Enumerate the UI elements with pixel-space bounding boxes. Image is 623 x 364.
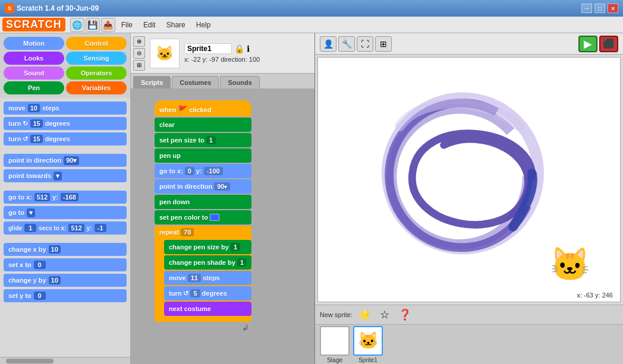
save-icon-btn[interactable]: 💾 <box>86 18 100 32</box>
sb-goto-xy[interactable]: go to x: 0 y: -100 <box>155 164 251 178</box>
category-operators[interactable]: Operators <box>66 67 127 80</box>
sprite-name-input[interactable] <box>184 43 232 54</box>
sb-change-pen-shade[interactable]: change pen shade by 1 <box>164 255 251 270</box>
move-steps-sb[interactable]: 11 <box>188 274 201 282</box>
block-turn-right[interactable]: turn ↻ 15 degrees <box>4 117 127 130</box>
sb-pen-down[interactable]: pen down <box>155 195 251 209</box>
green-flag-button[interactable]: ▶ <box>578 36 597 52</box>
sb-goto-y[interactable]: -100 <box>204 167 223 175</box>
glide-x[interactable]: 512 <box>68 224 84 232</box>
sprite-tray: Stage 🐱 Sprite1 <box>315 325 623 364</box>
surprise-sprite-btn[interactable]: ❓ <box>397 308 413 322</box>
goto-x-value[interactable]: 512 <box>34 193 50 201</box>
sb-pen-up[interactable]: pen up <box>155 148 251 163</box>
sb-repeat-header[interactable]: repeat 70 <box>155 226 251 239</box>
sprite1-thumb[interactable]: 🐱 Sprite1 <box>353 326 383 363</box>
stage-wrench-icon[interactable]: 🔧 <box>338 36 355 52</box>
zoom-out-btn[interactable]: ⊖ <box>133 48 145 59</box>
sb-goto-x[interactable]: 0 <box>185 167 194 175</box>
towards-dropdown[interactable]: ▾ <box>54 172 62 181</box>
sb-turn-degrees[interactable]: turn ↺ 5 degrees <box>164 286 251 300</box>
stage-thumb[interactable]: Stage <box>320 326 350 363</box>
block-goto[interactable]: go to ▾ <box>4 206 127 219</box>
sprite1-thumb-img: 🐱 <box>353 326 383 356</box>
block-change-x[interactable]: change x by 10 <box>4 243 127 256</box>
pen-shade-val[interactable]: 1 <box>237 258 247 267</box>
zoom-in-btn[interactable]: ⊕ <box>133 36 145 47</box>
horizontal-scrollbar[interactable] <box>0 357 130 364</box>
stage-controls-right: ▶ ⬛ <box>578 36 618 52</box>
goto-dropdown[interactable]: ▾ <box>27 208 35 217</box>
maximize-button[interactable]: □ <box>594 4 605 13</box>
turn-deg-val[interactable]: 5 <box>190 289 200 297</box>
set-x-value[interactable]: 0 <box>34 261 46 269</box>
goto-y-value[interactable]: -168 <box>61 193 78 201</box>
script-stack: when 🚩 clicked clear set pen size to 1 p… <box>155 100 251 333</box>
sb-move-steps[interactable]: move 11 steps <box>164 271 251 285</box>
stage-grid-icon[interactable]: ⊞ <box>375 36 392 52</box>
block-move[interactable]: move 10 steps <box>4 102 127 115</box>
category-looks[interactable]: Looks <box>4 52 64 65</box>
globe-icon-btn[interactable]: 🌐 <box>70 18 84 32</box>
minimize-button[interactable]: ─ <box>581 4 592 13</box>
sprite1-thumb-label: Sprite1 <box>358 357 377 363</box>
sb-point-dir[interactable]: point in direction 90▾ <box>155 179 251 194</box>
sb-clear[interactable]: clear <box>155 118 251 132</box>
change-x-value[interactable]: 10 <box>49 245 61 254</box>
share-icon-btn[interactable]: 📤 <box>101 18 115 32</box>
block-goto-xy[interactable]: go to x: 512 y: -168 <box>4 191 127 204</box>
turn-left-value[interactable]: 15 <box>30 135 42 143</box>
category-motion[interactable]: Motion <box>4 37 64 50</box>
sb-set-pen-size[interactable]: set pen size to 1 <box>155 133 251 147</box>
block-point-direction[interactable]: point in direction 90▾ <box>4 154 127 167</box>
category-sound[interactable]: Sound <box>4 67 64 80</box>
block-turn-left[interactable]: turn ↺ 15 degrees <box>4 132 127 145</box>
turn-right-value[interactable]: 15 <box>30 119 42 128</box>
tab-scripts[interactable]: Scripts <box>133 76 171 88</box>
menubar: SCRATCH 🌐 💾 📤 File Edit Share Help <box>0 17 623 33</box>
share-menu[interactable]: Share <box>162 19 190 31</box>
sb-change-pen-size[interactable]: change pen size by 1 <box>164 240 251 254</box>
tab-sounds[interactable]: Sounds <box>220 76 259 88</box>
block-point-towards[interactable]: point towards ▾ <box>4 169 127 182</box>
fit-btn[interactable]: ⊞ <box>133 60 145 71</box>
move-steps-value[interactable]: 10 <box>28 104 40 112</box>
category-pen[interactable]: Pen <box>4 81 64 94</box>
category-sensing[interactable]: Sensing <box>66 52 127 65</box>
set-y-value[interactable]: 0 <box>34 292 46 300</box>
block-set-x[interactable]: set x to 0 <box>4 258 127 271</box>
glide-y[interactable]: -1 <box>95 224 106 232</box>
scripts-canvas[interactable]: when 🚩 clicked clear set pen size to 1 p… <box>131 88 314 364</box>
direction-dropdown[interactable]: 90▾ <box>64 156 79 165</box>
edit-menu[interactable]: Edit <box>139 19 161 31</box>
stage-tools-left: 👤 🔧 ⛶ ⊞ <box>320 36 392 52</box>
sb-next-costume[interactable]: next costume <box>164 302 251 316</box>
sb-repeat-block: repeat 70 change pen size by 1 change pe… <box>155 226 251 322</box>
block-change-y[interactable]: change y by 10 <box>4 274 127 287</box>
window-title: Scratch 1.4 of 30-Jun-09 <box>17 4 581 12</box>
block-set-y[interactable]: set y to 0 <box>4 289 127 302</box>
script-end-arrow: ↲ <box>155 323 251 333</box>
pen-size-by-val[interactable]: 1 <box>231 243 240 251</box>
file-menu[interactable]: File <box>117 19 137 31</box>
stop-button[interactable]: ⬛ <box>599 36 618 52</box>
sb-set-pen-color[interactable]: set pen color to <box>155 210 251 224</box>
stage-fullscreen-icon[interactable]: ⛶ <box>357 36 373 52</box>
glide-secs[interactable]: 1 <box>24 224 36 232</box>
repeat-val[interactable]: 70 <box>181 228 194 236</box>
pen-color-swatch[interactable] <box>210 214 219 221</box>
import-sprite-btn[interactable]: ☆ <box>376 308 393 322</box>
close-button[interactable]: ✕ <box>608 4 618 13</box>
change-y-value[interactable]: 10 <box>49 276 61 284</box>
stage-toolbar: 👤 🔧 ⛶ ⊞ ▶ ⬛ <box>315 33 623 55</box>
sb-dir-val[interactable]: 90▾ <box>214 182 230 191</box>
category-variables[interactable]: Variables <box>66 81 127 94</box>
tab-costumes[interactable]: Costumes <box>172 76 219 88</box>
help-menu[interactable]: Help <box>191 19 216 31</box>
category-control[interactable]: Control <box>66 37 127 50</box>
paint-sprite-btn[interactable]: ⭐ <box>356 308 373 322</box>
block-glide[interactable]: glide 1 secs to x: 512 y: -1 <box>4 221 127 235</box>
stage-person-icon[interactable]: 👤 <box>320 36 336 52</box>
sb-when-flag[interactable]: when 🚩 clicked <box>155 100 251 116</box>
pen-size-val[interactable]: 1 <box>206 136 216 144</box>
